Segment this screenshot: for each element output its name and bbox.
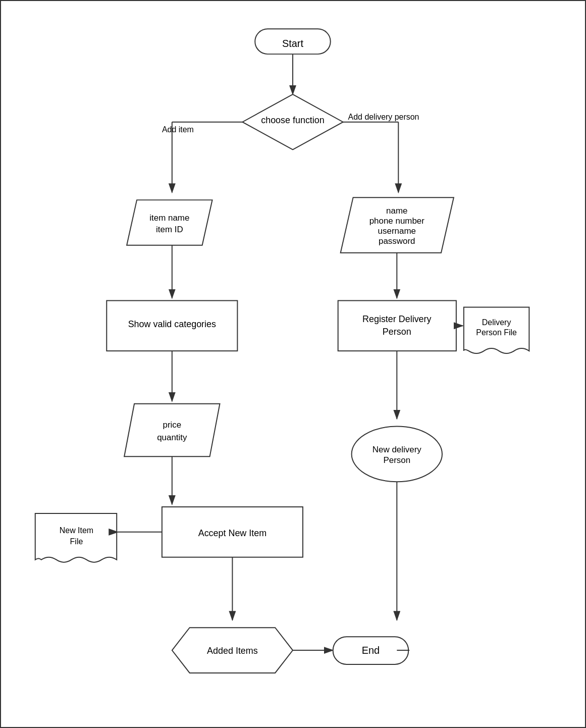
person-input-label4: password xyxy=(379,236,415,246)
new-item-file-label2: File xyxy=(70,537,83,546)
register-delivery-label1: Register Delivery xyxy=(362,314,431,324)
show-categories-label: Show valid categories xyxy=(128,319,216,329)
add-delivery-edge-label: Add delivery person xyxy=(348,113,419,121)
choose-function-label: choose function xyxy=(261,115,325,125)
register-delivery-label2: Person xyxy=(383,327,411,337)
quantity-label: quantity xyxy=(157,433,187,442)
new-item-file-label1: New Item xyxy=(60,526,93,535)
price-label: price xyxy=(163,420,181,430)
added-items-label: Added Items xyxy=(207,646,258,656)
svg-marker-18 xyxy=(124,404,220,457)
person-input-label3: username xyxy=(378,226,416,236)
person-input-label1: name xyxy=(386,206,407,216)
start-label: Start xyxy=(282,38,304,49)
new-delivery-label2: Person xyxy=(383,455,410,465)
diagram-container: Start choose function Add item Add deliv… xyxy=(0,0,586,728)
item-input-label1: item name xyxy=(149,213,189,223)
person-input-label2: phone number xyxy=(369,216,425,226)
delivery-file-label2: Person File xyxy=(476,328,517,337)
svg-rect-14 xyxy=(338,300,456,351)
add-item-edge-label: Add item xyxy=(162,125,194,134)
accept-new-item-label: Accept New Item xyxy=(198,528,267,538)
delivery-file-label1: Delivery xyxy=(482,318,511,327)
end-label: End xyxy=(362,645,380,656)
item-input-label2: item ID xyxy=(156,225,183,234)
new-delivery-label1: New delivery xyxy=(372,445,421,454)
